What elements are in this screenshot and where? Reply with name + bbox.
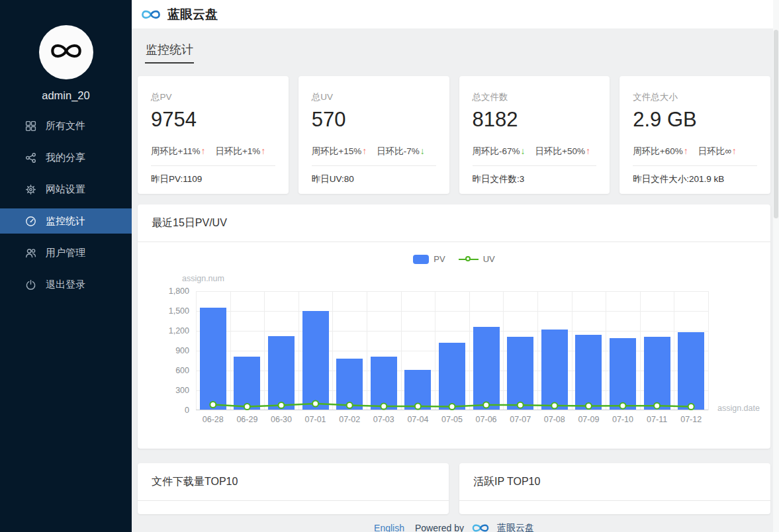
gridline [708,291,709,410]
sidebar-menu: 所有文件我的分享网站设置监控统计用户管理退出登录 [0,113,132,297]
trend-up: 日环比+1%↑ [215,146,265,157]
page-title: 监控统计 [145,42,194,64]
scrollbar[interactable] [773,0,779,532]
username: admin_20 [0,89,132,102]
card-divider [312,165,436,166]
app-window: admin_20 所有文件我的分享网站设置监控统计用户管理退出登录 蓝眼云盘 监… [0,0,779,532]
panel-divider [459,500,770,501]
panel-divider [138,500,449,501]
x-axis-tick: 07-01 [298,415,333,424]
sidebar-item-1[interactable]: 我的分享 [0,145,132,170]
card-divider [633,165,757,166]
y-axis-tick: 0 [138,406,189,415]
stat-card-0: 总PV9754周环比+11%↑日环比+1%↑昨日PV:1109 [138,76,289,194]
stat-card-3: 文件总大小2.9 GB周环比+60%↑日环比∞↑昨日文件大小:201.9 kB [619,76,770,194]
card-label: 总文件数 [473,91,597,103]
trend-up-arrow-icon: ↑ [362,146,367,156]
downloads-top10-title: 文件下载量TOP10 [138,463,449,500]
infinity-logo-icon [48,41,85,64]
trend-up: 周环比+60%↑ [633,146,688,157]
chart-legend: PVUV [138,254,770,264]
sidebar-item-2[interactable]: 网站设置 [0,177,132,202]
dashboard-icon [25,216,36,227]
x-axis-tick: 07-09 [572,415,606,424]
sidebar-item-label: 用户管理 [46,247,85,259]
powered-by-text: Powered by [415,523,464,532]
sidebar-item-label: 退出登录 [46,279,85,291]
sidebar-item-label: 所有文件 [46,120,85,132]
x-axis-tick: 07-04 [401,415,435,424]
avatar[interactable] [39,25,93,79]
sidebar-item-3[interactable]: 监控统计 [0,208,132,234]
x-axis-title: assign.date [717,404,760,413]
card-trends: 周环比+60%↑日环比∞↑ [633,146,757,157]
app-title: 蓝眼云盘 [167,6,218,23]
sidebar-item-4[interactable]: 用户管理 [0,240,132,265]
trend-up-arrow-icon: ↑ [732,146,737,156]
sidebar-item-0[interactable]: 所有文件 [0,113,132,138]
y-axis-tick: 300 [138,386,189,395]
sidebar-item-label: 网站设置 [46,183,85,196]
card-footer: 昨日文件数:3 [473,173,597,185]
trend-up-arrow-icon: ↑ [586,146,590,156]
chart-panel-title: 最近15日PV/UV [138,204,770,242]
trend-up: 日环比∞↑ [698,146,737,157]
brand-link[interactable]: 蓝眼云盘 [497,522,534,532]
y-axis-tick: 1,500 [138,306,189,316]
app-header: 蓝眼云盘 [132,0,779,28]
stat-card-2: 总文件数8182周环比-67%↓日环比+50%↑昨日文件数:3 [459,76,610,194]
x-axis-tick: 07-12 [674,415,708,424]
app-logo-icon[interactable] [140,8,162,21]
scrollbar-thumb[interactable] [774,30,778,218]
card-trends: 周环比-67%↓日环比+50%↑ [473,146,597,157]
trend-down-arrow-icon: ↓ [521,146,526,156]
share-icon [25,152,36,163]
x-axis-tick: 07-06 [469,415,504,424]
trend-up-arrow-icon: ↑ [201,146,205,156]
trend-up: 周环比+15%↑ [312,146,367,157]
card-label: 总PV [151,91,275,103]
sidebar-item-label: 我的分享 [46,152,85,164]
chart-plot-area [196,291,708,410]
trend-up-arrow-icon: ↑ [684,146,688,156]
x-axis-tick: 07-08 [537,415,572,424]
sidebar-item-5[interactable]: 退出登录 [0,272,132,297]
x-axis-tick: 06-28 [196,415,230,424]
power-icon [25,279,36,290]
uv-line [196,291,708,410]
uv-legend-swatch-icon [459,255,479,263]
card-trends: 周环比+15%↑日环比-7%↓ [312,146,436,157]
x-axis-tick: 07-10 [606,415,640,424]
x-axis-tick: 06-29 [230,415,265,424]
footer-logo-icon [471,523,490,532]
x-axis-tick: 07-11 [640,415,674,424]
footer: English Powered by 蓝眼云盘 [138,522,770,532]
card-value: 9754 [151,108,275,132]
y-axis-tick: 600 [138,366,189,375]
trend-down: 日环比-7%↓ [377,146,425,157]
bottom-panels-row: 文件下载量TOP10 活跃IP TOP10 [138,463,770,514]
card-label: 文件总大小 [633,91,757,103]
y-axis-tick: 1,800 [138,287,189,296]
legend-item-uv[interactable]: UV [459,254,495,264]
card-footer: 昨日UV:80 [312,173,436,185]
stat-cards-row: 总PV9754周环比+11%↑日环比+1%↑昨日PV:1109总UV570周环比… [138,76,770,194]
pv-legend-swatch-icon [413,255,429,264]
sidebar-item-label: 监控统计 [46,215,85,228]
grid-icon [25,120,36,132]
sidebar: admin_20 所有文件我的分享网站设置监控统计用户管理退出登录 [0,0,132,532]
card-trends: 周环比+11%↑日环比+1%↑ [151,146,275,157]
trend-down-arrow-icon: ↓ [420,146,425,156]
card-divider [473,165,597,166]
active-ip-top10-panel: 活跃IP TOP10 [459,463,770,514]
users-icon [25,247,36,259]
card-divider [151,165,275,166]
x-axis-tick: 07-05 [435,415,469,424]
y-axis-tick: 900 [138,346,189,355]
y-axis-title: assign.num [182,274,224,283]
trend-up-arrow-icon: ↑ [261,146,265,156]
legend-item-pv[interactable]: PV [413,254,445,264]
card-value: 2.9 GB [633,108,757,132]
card-footer: 昨日文件大小:201.9 kB [633,173,757,185]
language-link[interactable]: English [374,523,404,532]
